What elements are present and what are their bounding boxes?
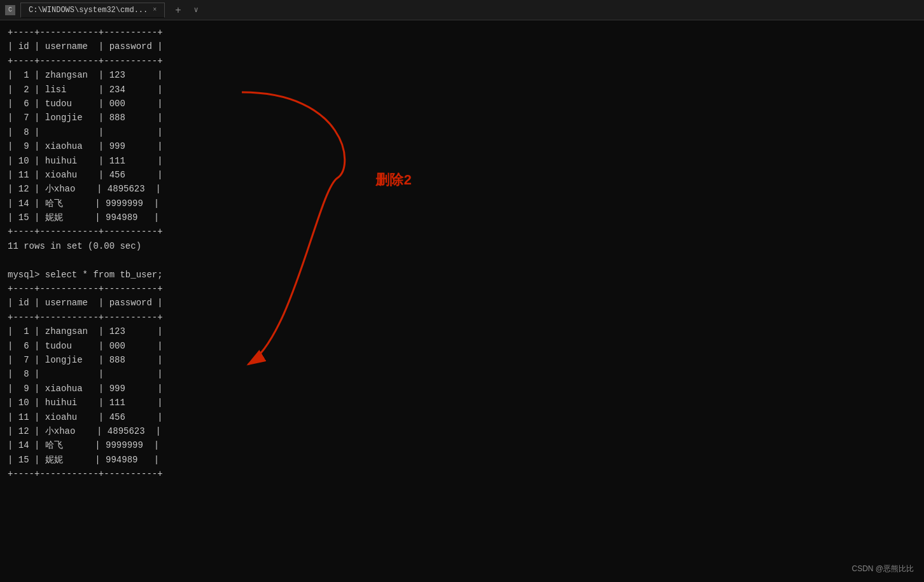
table1-header-sep: +----+-----------+----------+ — [8, 54, 916, 68]
table1-row-1: | 1 | zhangsan | 123 | — [8, 68, 916, 82]
table1-row-8: | 11 | xioahu | 456 | — [8, 168, 916, 182]
mysql-command: mysql> select * from tb_user; — [8, 268, 916, 282]
new-tab-button[interactable]: + — [170, 4, 186, 16]
table1-row-6: | 9 | xiaohua | 999 | — [8, 139, 916, 153]
table1-row-3: | 6 | tudou | 000 | — [8, 97, 916, 111]
table1-row-5: | 8 | | | — [8, 125, 916, 139]
table1-row-2: | 2 | lisi | 234 | — [8, 83, 916, 97]
table1-row-4: | 7 | longjie | 888 | — [8, 111, 916, 125]
table2-header: | id | username | password | — [8, 296, 916, 310]
table2-top-sep: +----+-----------+----------+ — [8, 282, 916, 296]
table1-row-11: | 15 | 妮妮 | 994989 | — [8, 211, 916, 225]
table2-row-4: | 8 | | | — [8, 367, 916, 381]
table2-row-2: | 6 | tudou | 000 | — [8, 339, 916, 353]
titlebar: C C:\WINDOWS\system32\cmd... × + ∨ — [0, 0, 924, 20]
tab-close-button[interactable]: × — [153, 6, 157, 13]
watermark: CSDN @恶熊比比 — [851, 564, 914, 574]
blank-line-1 — [8, 253, 916, 267]
terminal-output: +----+-----------+----------+ | id | use… — [0, 20, 924, 487]
table2-row-7: | 11 | xioahu | 456 | — [8, 410, 916, 424]
table2-row-5: | 9 | xiaohua | 999 | — [8, 382, 916, 396]
table2-row-8: | 12 | 小xhao | 4895623 | — [8, 424, 916, 438]
table1-row-9: | 12 | 小xhao | 4895623 | — [8, 182, 916, 196]
table2-row-6: | 10 | huihui | 111 | — [8, 396, 916, 410]
table2-row-3: | 7 | longjie | 888 | — [8, 353, 916, 367]
table1-row-7: | 10 | huihui | 111 | — [8, 154, 916, 168]
tab-dropdown-button[interactable]: ∨ — [192, 5, 201, 15]
table1-top-sep: +----+-----------+----------+ — [8, 25, 916, 39]
table2-bot-sep: +----+-----------+----------+ — [8, 467, 916, 481]
table2-row-1: | 1 | zhangsan | 123 | — [8, 324, 916, 338]
table2-row-9: | 14 | 哈飞 | 9999999 | — [8, 438, 916, 452]
tab-label: C:\WINDOWS\system32\cmd... — [29, 6, 148, 15]
table1-bot-sep: +----+-----------+----------+ — [8, 225, 916, 239]
table2-header-sep: +----+-----------+----------+ — [8, 310, 916, 324]
table1-row-10: | 14 | 哈飞 | 9999999 | — [8, 197, 916, 211]
active-tab[interactable]: C:\WINDOWS\system32\cmd... × — [20, 3, 165, 18]
app-icon: C — [5, 5, 15, 15]
table1-header: | id | username | password | — [8, 39, 916, 53]
table2-row-10: | 15 | 妮妮 | 994989 | — [8, 453, 916, 467]
rows-info: 11 rows in set (0.00 sec) — [8, 239, 916, 253]
